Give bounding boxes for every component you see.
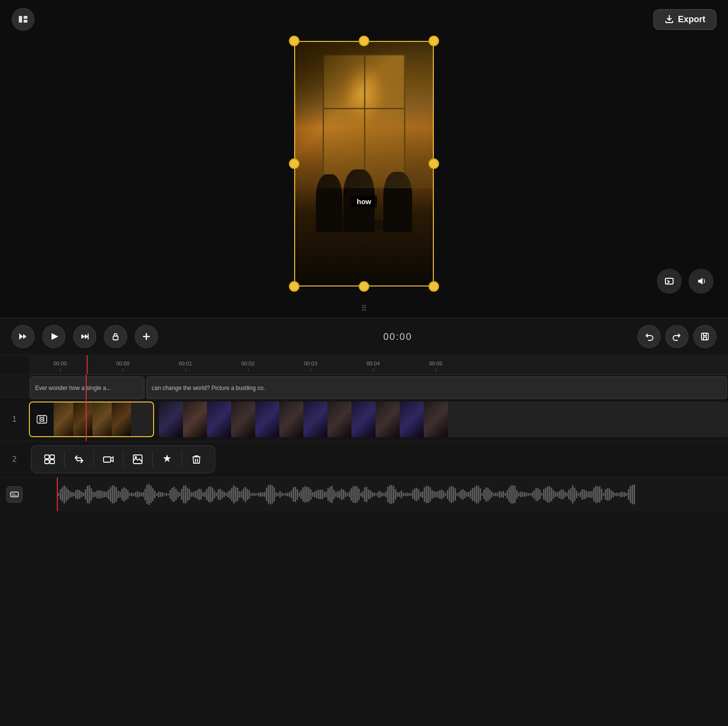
fullscreen-button[interactable] (657, 269, 682, 294)
waveform-bar (195, 491, 196, 498)
waveform-bar (262, 493, 263, 497)
handle-bottom-center[interactable] (359, 281, 369, 292)
waveform-bar (420, 492, 421, 497)
frame-thumb-4 (112, 402, 131, 436)
waveform-bar (247, 489, 248, 500)
waveform-bar (300, 490, 302, 498)
cafe-scene (295, 42, 433, 285)
track-row-1: 1 (0, 398, 728, 441)
video-container[interactable]: how (294, 41, 434, 286)
lock-button[interactable] (104, 325, 127, 348)
waveform-bar (324, 492, 325, 497)
preview-drag-handle[interactable]: ⠿ (361, 304, 367, 313)
timeline-ruler[interactable]: 00:00 00:00 00:01 00:02 00:03 (29, 355, 728, 375)
svg-rect-5 (88, 334, 89, 339)
waveform-bar (233, 485, 234, 503)
caption-clip-1[interactable]: Ever wonder how a single a... (30, 376, 144, 399)
waveform-bar (379, 491, 381, 498)
waveform-bar (599, 486, 600, 503)
waveform-bar (620, 492, 622, 497)
handle-middle-left[interactable] (289, 158, 299, 169)
waveform-bar (135, 492, 136, 497)
waveform-bar (595, 486, 597, 503)
frame-dark-5 (255, 402, 279, 437)
waveform-bar (270, 484, 271, 505)
waveform-bar (181, 489, 182, 501)
waveform-bar (210, 486, 211, 503)
effects-tool-button[interactable] (156, 449, 178, 470)
waveform-bar (481, 493, 483, 496)
waveform-bar (333, 490, 335, 499)
waveform-bar (143, 492, 144, 496)
waveform-bar (133, 493, 134, 496)
waveform-bar (391, 485, 392, 504)
waveform-bar (212, 488, 213, 501)
waveform-bar (624, 492, 625, 497)
handle-bottom-right[interactable] (429, 281, 439, 292)
waveform-bar (110, 487, 111, 502)
handle-top-right[interactable] (429, 36, 439, 46)
add-button[interactable] (135, 325, 158, 348)
image-tool-button[interactable] (127, 449, 148, 470)
handle-middle-right[interactable] (429, 158, 439, 169)
waveform-bar (453, 487, 454, 503)
waveform-bar (293, 487, 294, 502)
waveform-bar (164, 493, 165, 495)
waveform-bar (114, 486, 115, 503)
redo-button[interactable] (665, 325, 689, 348)
waveform-bar (582, 489, 583, 500)
waveform-bar (385, 492, 387, 497)
handle-bottom-left[interactable] (289, 281, 299, 292)
export-button[interactable]: Export (653, 9, 716, 30)
video-clip-1[interactable] (29, 402, 154, 437)
track-content-1 (29, 398, 728, 441)
waveform-bar (331, 486, 333, 504)
camera-tool-button[interactable] (98, 449, 119, 470)
waveform-bar (320, 490, 321, 499)
delete-tool-button[interactable] (186, 449, 207, 470)
waveform-bar (291, 491, 292, 498)
waveform-bar (570, 488, 572, 501)
waveform-bar (510, 485, 512, 504)
waveform-bar (175, 489, 177, 501)
waveform-bar (206, 489, 208, 500)
save-button[interactable] (693, 325, 716, 348)
play-button[interactable] (42, 325, 65, 348)
waveform-bar (231, 488, 233, 502)
waveform-bar (173, 487, 175, 502)
waveform-bar (221, 491, 223, 499)
waveform-bar (483, 490, 485, 499)
waveform-bar (148, 484, 150, 505)
caption-toggle-button[interactable] (6, 486, 23, 503)
waveform-bar (85, 489, 86, 500)
preview-controls (657, 269, 714, 294)
waveform-bar (439, 490, 441, 498)
video-clip-icon (30, 402, 54, 436)
frame-dark-2 (183, 402, 207, 437)
video-clip-2[interactable] (159, 402, 728, 437)
waveform-bar (441, 490, 442, 499)
caption-clip-2[interactable]: can change the world? Picture a bustling… (146, 376, 727, 399)
waveform-bar (193, 492, 194, 496)
fast-forward-button[interactable] (73, 325, 96, 348)
panel-toggle-button[interactable] (12, 8, 35, 31)
waveform-bar (468, 492, 469, 497)
waveform-bar (96, 491, 98, 498)
split-tool-button[interactable] (39, 449, 60, 470)
swap-tool-button[interactable] (68, 449, 90, 470)
waveform-bar (387, 487, 389, 503)
tool-divider-4 (152, 452, 153, 467)
caption-clip-1-text: Ever wonder how a single a... (35, 385, 111, 391)
audio-button[interactable] (689, 269, 714, 294)
timeline-playhead-ruler[interactable] (87, 355, 88, 374)
rewind-button[interactable] (12, 325, 35, 348)
undo-button[interactable] (637, 325, 661, 348)
svg-rect-6 (113, 336, 118, 340)
handle-top-center[interactable] (359, 36, 369, 46)
waveform-bar (535, 488, 537, 501)
handle-top-left[interactable] (289, 36, 299, 46)
waveform-bar (318, 490, 319, 499)
frame-dark-9 (351, 402, 376, 437)
waveform-bar (187, 488, 188, 501)
waveform-bar (383, 493, 385, 496)
